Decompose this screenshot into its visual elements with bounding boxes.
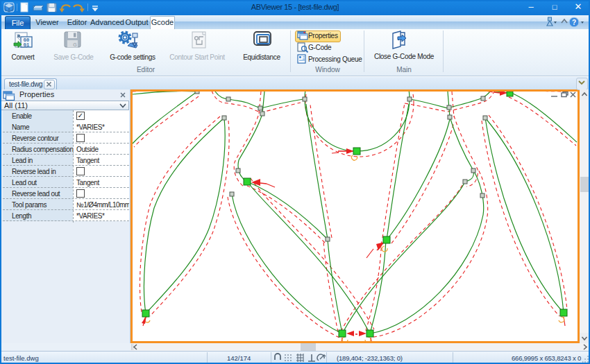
- svg-text:?: ?: [572, 19, 576, 26]
- svg-text:G1: G1: [24, 42, 29, 48]
- svg-text:G: G: [73, 42, 76, 47]
